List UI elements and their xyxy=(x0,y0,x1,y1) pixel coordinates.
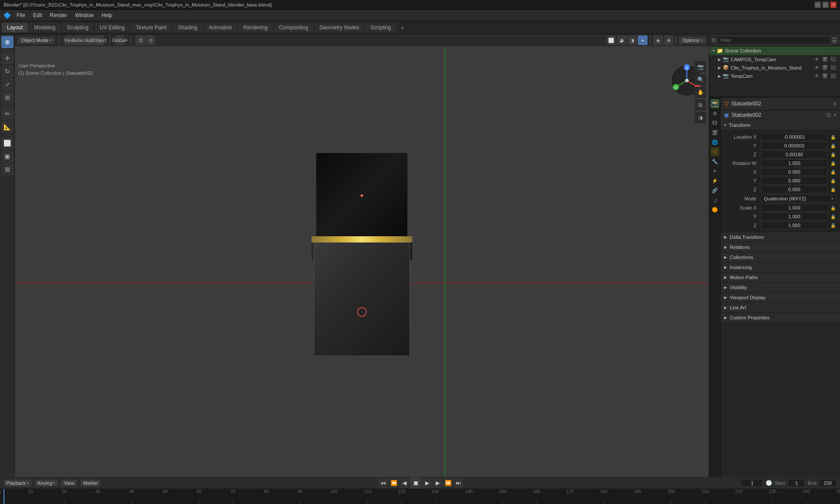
rotation-z-lock[interactable]: 🔒 xyxy=(830,186,836,193)
material-props-icon[interactable]: 🟠 xyxy=(710,205,719,214)
current-frame-input[interactable]: 1 xyxy=(741,479,763,487)
rotation-w-lock[interactable]: 🔒 xyxy=(830,160,836,167)
move-tool-button[interactable]: ✛ xyxy=(1,52,14,64)
location-y-lock[interactable]: 🔒 xyxy=(830,142,836,149)
tab-scripting[interactable]: Scripting xyxy=(365,23,396,32)
collections-section-header[interactable]: ▶ Collections xyxy=(721,252,840,262)
jump-prev-keyframe-button[interactable]: ⏪ xyxy=(389,478,399,488)
outliner-clio-trophys[interactable]: ▶ 📦 Clio_Trophys_in_Museum_Stand 👁 🎬 ⬛ xyxy=(714,63,840,72)
outliner-settings-icon[interactable]: ☰ xyxy=(832,37,837,44)
rotation-mode-dropdown[interactable]: Quaternion (WXYZ) ▾ xyxy=(761,195,836,203)
measure-tool-button[interactable]: 📐 xyxy=(1,121,14,133)
rotate-tool-button[interactable]: ↻ xyxy=(1,65,14,77)
select-menu-button[interactable]: Select xyxy=(74,35,84,45)
jump-start-button[interactable]: ⏮ xyxy=(378,478,388,488)
gizmos-button[interactable]: ⊕ xyxy=(664,35,673,45)
data-props-icon[interactable]: ◿ xyxy=(710,196,719,204)
view-layer-icon[interactable]: 🎞 xyxy=(710,119,719,127)
step-forward-button[interactable]: ▶ xyxy=(433,478,442,488)
clio-render-icon[interactable]: 🎬 xyxy=(821,65,828,70)
visibility-section-header[interactable]: ▶ Visibility xyxy=(721,283,840,293)
mesh-new-icon[interactable]: + xyxy=(833,112,836,118)
tab-shading[interactable]: Shading xyxy=(173,23,203,32)
rotation-x-value[interactable]: 0.000 xyxy=(761,168,828,176)
grid-button[interactable]: ⊞ xyxy=(695,99,706,111)
scene-collection-expand[interactable]: ▾ xyxy=(713,49,715,53)
step-back-button[interactable]: ◀ xyxy=(399,478,409,488)
scale-x-lock[interactable]: 🔒 xyxy=(830,204,836,211)
viewport-display-section-header[interactable]: ▶ Viewport Display xyxy=(721,293,840,303)
end-frame-input[interactable]: 250 xyxy=(819,479,836,487)
overlays-button[interactable]: ◈ xyxy=(653,35,663,45)
motion-paths-section-header[interactable]: ▶ Motion Paths xyxy=(721,273,840,283)
render-preview-button[interactable]: ◑ xyxy=(695,112,706,123)
tab-sculpting[interactable]: Sculpting xyxy=(62,23,94,32)
rotation-z-value[interactable]: 0.000 xyxy=(761,186,828,193)
instancing-section-header[interactable]: ▶ Instancing xyxy=(721,262,840,273)
tab-modeling[interactable]: Modeling xyxy=(29,23,61,32)
menu-help[interactable]: Help xyxy=(98,11,116,19)
extra-tool-button[interactable]: ⊠ xyxy=(1,163,14,175)
menu-render[interactable]: Render xyxy=(46,11,70,19)
rotation-y-value[interactable]: 0.000 xyxy=(761,177,828,185)
tab-layout[interactable]: Layout xyxy=(2,23,28,32)
constraint-props-icon[interactable]: 🔗 xyxy=(710,186,719,195)
particles-props-icon[interactable]: ✦ xyxy=(710,167,719,175)
relations-section-header[interactable]: ▶ Relations xyxy=(721,242,840,252)
rotation-x-lock[interactable]: 🔒 xyxy=(830,168,836,175)
tab-texture-paint[interactable]: Texture Paint xyxy=(131,23,172,32)
close-button[interactable]: ✕ xyxy=(830,2,836,8)
minimize-button[interactable]: ─ xyxy=(815,2,821,8)
proportional-edit-button[interactable]: ⊙ xyxy=(146,35,155,45)
maximize-button[interactable]: □ xyxy=(822,2,829,8)
physics-props-icon[interactable]: ⚡ xyxy=(710,176,719,185)
transform-tool-button[interactable]: ⊞ xyxy=(1,91,14,104)
tab-compositing[interactable]: Compositing xyxy=(274,23,314,32)
current-frame-marker[interactable] xyxy=(4,489,4,504)
menu-window[interactable]: Window xyxy=(71,11,97,19)
transform-section-header[interactable]: ▾ Transform xyxy=(721,120,840,130)
tempcam-exclude-icon[interactable]: ⬛ xyxy=(830,73,836,79)
scale-y-lock[interactable]: 🔒 xyxy=(830,213,836,220)
add-cube-button[interactable]: ⬜ xyxy=(1,137,14,149)
scene-collection-item[interactable]: ▾ 📁 Scene Collection xyxy=(709,46,840,55)
custom-properties-section-header[interactable]: ▶ Custom Properties xyxy=(721,313,840,323)
modifier-props-icon[interactable]: 🔧 xyxy=(710,157,719,166)
marker-dropdown[interactable]: Marker xyxy=(80,480,101,486)
scale-z-value[interactable]: 1.000 xyxy=(761,221,828,229)
outliner-item-expand-2[interactable]: ▶ xyxy=(718,66,721,70)
jump-end-button[interactable]: ⏭ xyxy=(454,478,463,488)
outliner-item-expand-1[interactable]: ▶ xyxy=(718,57,721,62)
outliner-campos-tempcam[interactable]: ▶ 📷 CAMPOS_TempCam 👁 🎬 ⬛ xyxy=(714,55,840,63)
tab-animation[interactable]: Animation xyxy=(203,23,237,32)
object-menu-button[interactable]: Object xyxy=(94,35,104,45)
campos-render-icon[interactable]: 🎬 xyxy=(821,56,828,62)
scene-props-icon[interactable]: 🎬 xyxy=(710,128,719,137)
tempcam-eye-icon[interactable]: 👁 xyxy=(814,73,820,79)
stop-button[interactable]: ⏹ xyxy=(410,477,421,489)
menu-edit[interactable]: Edit xyxy=(29,11,46,19)
object-mode-dropdown[interactable]: Object Mode ▾ xyxy=(18,37,55,44)
campos-exclude-icon[interactable]: ⬛ xyxy=(830,56,836,62)
world-props-icon[interactable]: 🌐 xyxy=(710,138,719,147)
view-dropdown[interactable]: View xyxy=(61,480,77,486)
location-z-value[interactable]: 0.00180 xyxy=(761,150,828,158)
global-dropdown[interactable]: Global ▾ xyxy=(115,35,125,45)
outliner-search-input[interactable] xyxy=(718,36,830,44)
camera-perspective-button[interactable]: 📷 xyxy=(695,61,706,73)
rotation-y-lock[interactable]: 🔒 xyxy=(830,177,836,184)
viewport-shading-solid[interactable]: ◕ xyxy=(617,35,626,45)
start-frame-input[interactable]: 1 xyxy=(788,479,805,487)
annotate-tool-button[interactable]: ✏ xyxy=(1,108,14,120)
object-props-icon[interactable]: ▽ xyxy=(710,147,719,156)
viewport-shading-wire[interactable]: ⬜ xyxy=(606,35,616,45)
add-workspace-button[interactable]: + xyxy=(397,23,408,32)
viewport[interactable]: Object Mode ▾ View Select Add Object Glo… xyxy=(15,34,709,477)
play-button[interactable]: ▶ xyxy=(422,478,432,488)
menu-file[interactable]: File xyxy=(13,11,28,19)
snap-button[interactable]: ⊡ xyxy=(136,35,145,45)
tab-uv-editing[interactable]: UV Editing xyxy=(94,23,130,32)
render-props-icon[interactable]: 📸 xyxy=(710,99,719,108)
mesh-settings-icon[interactable]: ⊡ xyxy=(826,112,831,118)
options-button[interactable]: Options ▾ xyxy=(679,37,706,44)
